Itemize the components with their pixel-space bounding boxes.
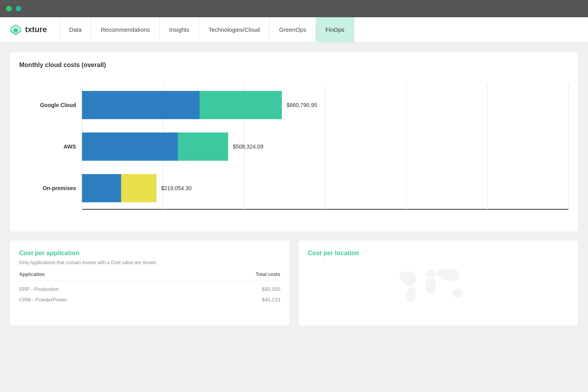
main-content: Monthly cloud costs (overall) Google Clo…	[0, 42, 588, 336]
table-header: Application Total costs	[19, 272, 280, 281]
world-map-svg	[308, 263, 569, 310]
table-row-crm: CRM - PowderPower $45,233	[19, 294, 280, 305]
nav-bar: txture Data Recommendations Insights Tec…	[0, 17, 588, 42]
col-application: Application	[19, 272, 45, 277]
nav-link-data[interactable]: Data	[60, 17, 92, 42]
bars-google-cloud: $660,790.95	[82, 91, 317, 119]
world-map	[308, 263, 569, 310]
dot-green	[6, 6, 12, 11]
app-name-crm: CRM - PowderPower	[19, 297, 67, 303]
bar-value-on-premises: $219,054.30	[161, 185, 192, 191]
app-cost-erp: $80,350	[262, 286, 280, 292]
app-name-erp: ERP - Production	[19, 286, 58, 292]
logo-icon	[9, 24, 22, 36]
bar-segment-op-blue	[82, 174, 121, 202]
bar-label-on-premises: On-premises	[21, 185, 76, 191]
bar-row-aws: AWS $508,324.09	[82, 126, 569, 167]
x-axis	[82, 209, 569, 210]
dot-teal	[16, 6, 21, 11]
bar-value-google-cloud: $660,790.95	[287, 102, 317, 108]
monthly-cloud-costs-card: Monthly cloud costs (overall) Google Clo…	[9, 52, 579, 232]
chart-grid: Google Cloud $660,790.95 AWS $508,324.09	[82, 84, 569, 210]
nav-link-greenops[interactable]: GreenOps	[270, 17, 316, 42]
bar-segment-aws-teal	[178, 132, 228, 161]
nav-links: Data Recommendations Insights Technologi…	[60, 17, 354, 42]
bar-label-aws: AWS	[21, 143, 76, 150]
cost-per-application-title: Cost per application	[19, 250, 280, 257]
bar-label-google-cloud: Google Cloud	[21, 102, 76, 108]
bar-segment-gc-teal	[200, 91, 282, 119]
app-cost-crm: $45,233	[262, 297, 280, 303]
cost-per-application-subtitle: Only Applications that contain Assets wi…	[19, 260, 280, 265]
nav-link-recommendations[interactable]: Recommendations	[91, 17, 160, 42]
bar-segment-op-yellow	[121, 174, 156, 202]
bar-segment-gc-blue	[82, 91, 200, 119]
nav-link-technologies[interactable]: Technologies/Cloud	[199, 17, 270, 42]
bar-row-google-cloud: Google Cloud $660,790.95	[82, 84, 569, 126]
bottom-cards: Cost per application Only Applications t…	[9, 240, 579, 326]
cost-per-application-card: Cost per application Only Applications t…	[9, 240, 290, 326]
cost-per-location-card: Cost per location	[298, 240, 579, 326]
cost-per-location-title: Cost per location	[308, 250, 569, 257]
top-bar	[0, 0, 588, 17]
nav-link-finops[interactable]: FinOps	[316, 17, 354, 42]
col-total-costs: Total costs	[256, 272, 280, 277]
bars-on-premises: $219,054.30	[82, 174, 192, 202]
table-row-erp: ERP - Production $80,350	[19, 284, 280, 294]
bar-row-on-premises: On-premises $219,054.30	[82, 167, 569, 209]
bar-value-aws: $508,324.09	[233, 143, 263, 150]
chart-area: Google Cloud $660,790.95 AWS $508,324.09	[19, 78, 569, 222]
logo[interactable]: txture	[9, 24, 47, 36]
bars-aws: $508,324.09	[82, 132, 263, 161]
logo-text: txture	[25, 25, 47, 34]
bar-segment-aws-blue	[82, 132, 178, 161]
chart-title: Monthly cloud costs (overall)	[19, 62, 569, 69]
nav-link-insights[interactable]: Insights	[160, 17, 199, 42]
